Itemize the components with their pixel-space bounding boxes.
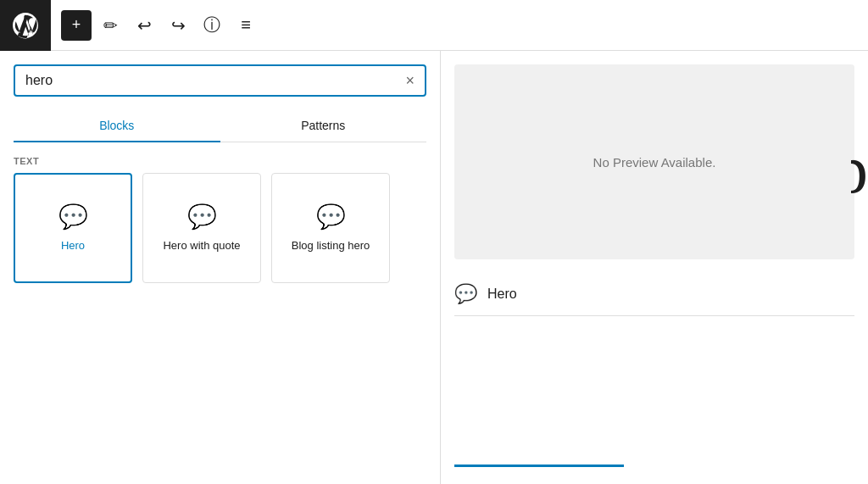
redo-button[interactable]: ↪ [163,10,193,41]
section-label: TEXT [14,156,426,166]
bottom-indicator-line [454,465,624,467]
selected-block-info: 💬 Hero [454,273,854,316]
selected-block-name: Hero [487,287,517,302]
edit-button[interactable]: ✏ [95,10,125,41]
tab-blocks[interactable]: Blocks [14,110,220,142]
preview-text: No Preview Available. [593,155,716,170]
wp-logo [0,0,51,51]
wordpress-icon [10,10,41,41]
add-block-button[interactable]: + [61,10,92,41]
hero-block-icon: 💬 [58,203,88,231]
undo-button[interactable]: ↩ [129,10,159,41]
section-text: TEXT 💬 Hero 💬 Hero with quote 💬 Blog lis… [14,156,426,283]
block-item-blog-listing-hero[interactable]: 💬 Blog listing hero [271,173,390,283]
block-item-hero[interactable]: 💬 Hero [14,173,132,283]
selected-block-icon: 💬 [454,283,477,305]
right-panel: No Preview Available. 💬 Hero p [441,51,868,484]
search-input[interactable]: hero [25,73,398,88]
toolbar-actions: + ✏ ↩ ↪ ⓘ ≡ [51,10,271,41]
blog-listing-hero-block-label: Blog listing hero [292,239,370,253]
tab-patterns[interactable]: Patterns [220,110,427,142]
block-item-hero-with-quote[interactable]: 💬 Hero with quote [142,173,261,283]
list-view-button[interactable]: ≡ [231,10,261,41]
hero-block-label: Hero [61,239,85,253]
preview-area: No Preview Available. [454,64,854,259]
search-box: hero × [14,64,426,97]
left-panel: hero × Blocks Patterns TEXT 💬 Hero 💬 Her… [0,51,441,484]
main-content: hero × Blocks Patterns TEXT 💬 Hero 💬 Her… [0,51,868,484]
hero-with-quote-block-icon: 💬 [187,203,217,231]
search-clear-button[interactable]: × [405,73,415,88]
info-button[interactable]: ⓘ [197,10,227,41]
toolbar: + ✏ ↩ ↪ ⓘ ≡ [0,0,868,51]
tab-bar: Blocks Patterns [14,110,426,142]
block-grid: 💬 Hero 💬 Hero with quote 💬 Blog listing … [14,173,426,283]
hero-with-quote-block-label: Hero with quote [163,239,240,253]
blog-listing-hero-block-icon: 💬 [316,203,346,231]
